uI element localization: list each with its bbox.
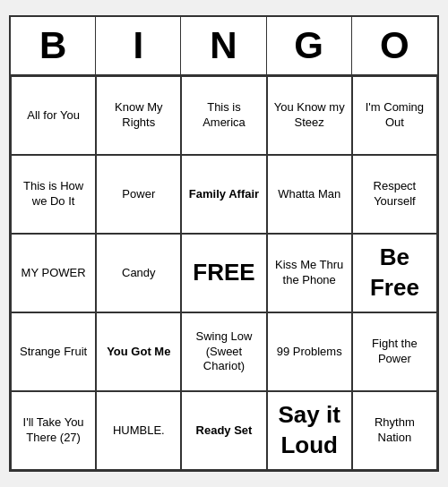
bingo-cell-18[interactable]: 99 Problems xyxy=(267,312,352,391)
bingo-cell-7[interactable]: Family Affair xyxy=(181,155,266,234)
bingo-cell-4[interactable]: I'm Coming Out xyxy=(352,76,437,155)
bingo-cell-13[interactable]: Kiss Me Thru the Phone xyxy=(267,234,352,312)
bingo-cell-21[interactable]: HUMBLE. xyxy=(96,391,181,470)
bingo-header: BINGO xyxy=(11,17,437,76)
bingo-letter-g: G xyxy=(267,17,352,74)
bingo-cell-17[interactable]: Swing Low (Sweet Chariot) xyxy=(181,312,266,391)
bingo-cell-16[interactable]: You Got Me xyxy=(96,312,181,391)
bingo-cell-8[interactable]: Whatta Man xyxy=(267,155,352,234)
bingo-cell-3[interactable]: You Know my Steez xyxy=(267,76,352,155)
bingo-letter-n: N xyxy=(181,17,266,74)
bingo-cell-24[interactable]: Rhythm Nation xyxy=(352,391,437,470)
bingo-letter-i: I xyxy=(96,17,181,74)
bingo-cell-19[interactable]: Fight the Power xyxy=(352,312,437,391)
bingo-cell-23[interactable]: Say it Loud xyxy=(267,391,352,470)
bingo-cell-0[interactable]: All for You xyxy=(11,76,96,155)
bingo-grid: All for YouKnow My RightsThis is America… xyxy=(11,76,437,470)
bingo-cell-15[interactable]: Strange Fruit xyxy=(11,312,96,391)
bingo-cell-2[interactable]: This is America xyxy=(181,76,266,155)
bingo-cell-9[interactable]: Respect Yourself xyxy=(352,155,437,234)
bingo-cell-5[interactable]: This is How we Do It xyxy=(11,155,96,234)
bingo-cell-10[interactable]: MY POWER xyxy=(11,234,96,312)
bingo-cell-6[interactable]: Power xyxy=(96,155,181,234)
bingo-letter-o: O xyxy=(352,17,437,74)
bingo-letter-b: B xyxy=(11,17,96,74)
bingo-cell-22[interactable]: Ready Set xyxy=(181,391,266,470)
bingo-cell-12[interactable]: FREE xyxy=(181,234,266,312)
bingo-cell-14[interactable]: Be Free xyxy=(352,234,437,312)
bingo-cell-1[interactable]: Know My Rights xyxy=(96,76,181,155)
bingo-cell-20[interactable]: I'll Take You There (27) xyxy=(11,391,96,470)
bingo-cell-11[interactable]: Candy xyxy=(96,234,181,312)
bingo-card: BINGO All for YouKnow My RightsThis is A… xyxy=(9,15,439,472)
